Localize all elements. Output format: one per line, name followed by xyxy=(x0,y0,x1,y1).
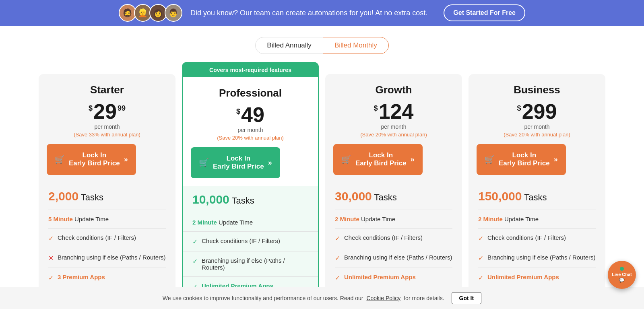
cookie-policy-link[interactable]: Cookie Policy xyxy=(366,295,400,301)
professional-cta-button[interactable]: 🛒 Lock InEarly Bird Price » xyxy=(191,147,280,178)
starter-update-time: 5 Minute Update Time xyxy=(48,210,166,228)
check-icon: ✓ xyxy=(335,274,340,282)
plan-professional-header: Professional $ 49 per month (Save 20% wi… xyxy=(183,77,318,141)
price-dollar-sign: $ xyxy=(236,107,240,116)
starter-update-highlight: 5 Minute xyxy=(48,216,73,222)
check-icon: ✓ xyxy=(478,274,483,282)
business-tasks: 150,000 Tasks xyxy=(478,183,596,210)
growth-tasks: 30,000 Tasks xyxy=(335,183,452,210)
starter-tasks: 2,000 Tasks xyxy=(48,183,166,210)
live-chat-label: Live Chat xyxy=(612,272,632,277)
chevrons-icon: » xyxy=(554,155,558,164)
plan-starter-cents: 99 xyxy=(118,104,126,113)
professional-feature-1: ✓ Branching using if else (Paths / Route… xyxy=(183,251,318,276)
growth-feature-1: ✓ Branching using if else (Paths / Route… xyxy=(335,248,452,268)
business-tasks-label: Tasks xyxy=(524,192,547,202)
professional-tasks: 10,000 Tasks xyxy=(183,186,318,213)
check-icon: ✓ xyxy=(478,254,483,262)
plan-business-period: per month xyxy=(478,124,596,130)
cookie-text: We use cookies to improve functionality … xyxy=(163,295,363,301)
check-icon: ✓ xyxy=(335,254,340,262)
professional-update-label: Update Time xyxy=(219,219,253,226)
cookie-accept-button[interactable]: Got It xyxy=(452,292,482,304)
starter-feature-0-text: Check conditions (IF / Filters) xyxy=(58,234,136,241)
plan-growth-price: 124 xyxy=(379,101,414,122)
growth-update-highlight: 2 Minute xyxy=(335,216,359,222)
professional-tasks-label: Tasks xyxy=(231,196,254,206)
professional-update-highlight: 2 Minute xyxy=(192,219,217,226)
banner-text: Did you know? Our team can create automa… xyxy=(190,9,427,17)
professional-tasks-count: 10,000 xyxy=(192,193,229,206)
business-update-highlight: 2 Minute xyxy=(478,216,503,222)
professional-cta-label: Lock InEarly Bird Price xyxy=(213,154,264,171)
business-feature-2-text: Unlimited Premium Apps xyxy=(487,274,559,280)
growth-feature-2: ✓ Unlimited Premium Apps xyxy=(335,268,452,287)
featured-badge: Covers most-required features xyxy=(183,63,318,77)
starter-feature-2-text: 3 Premium Apps xyxy=(58,274,105,280)
plan-starter-header: Starter $ 29 99 per month (Save 33% with… xyxy=(39,74,175,138)
plan-growth-header: Growth $ 124 per month (Save 20% with an… xyxy=(325,74,462,138)
starter-cta-label: Lock InEarly Bird Price xyxy=(69,151,120,168)
cart-icon: 🛒 xyxy=(55,154,65,164)
chevrons-icon: » xyxy=(411,155,415,164)
plan-growth-savings: (Save 20% with annual plan) xyxy=(335,132,452,138)
growth-update-time: 2 Minute Update Time xyxy=(335,210,452,228)
growth-feature-0-text: Check conditions (IF / Filters) xyxy=(344,234,423,241)
live-chat-button[interactable]: Live Chat 💬 xyxy=(608,261,636,289)
cookie-suffix: for more details. xyxy=(404,295,444,301)
starter-tasks-label: Tasks xyxy=(81,192,103,202)
starter-feature-1-text: Branching using if else (Paths / Routers… xyxy=(58,254,165,261)
business-feature-0-text: Check conditions (IF / Filters) xyxy=(487,234,566,241)
growth-feature-1-text: Branching using if else (Paths / Routers… xyxy=(344,254,452,261)
billing-annually-button[interactable]: Billed Annually xyxy=(255,37,323,54)
cart-icon: 🛒 xyxy=(341,154,351,164)
chevrons-icon: » xyxy=(124,155,128,164)
starter-cta-button[interactable]: 🛒 Lock InEarly Bird Price » xyxy=(47,144,136,175)
professional-feature-0-text: Check conditions (IF / Filters) xyxy=(202,237,280,244)
chat-icon: 💬 xyxy=(619,277,625,283)
growth-feature-2-text: Unlimited Premium Apps xyxy=(344,274,416,280)
cookie-banner: We use cookies to improve functionality … xyxy=(0,287,644,309)
professional-feature-1-text: Branching using if else (Paths / Routers… xyxy=(202,257,308,271)
price-dollar-sign: $ xyxy=(89,104,93,113)
starter-feature-0: ✓ Check conditions (IF / Filters) xyxy=(48,228,166,248)
business-update-time: 2 Minute Update Time xyxy=(478,210,596,228)
plan-professional-name: Professional xyxy=(192,87,308,99)
check-icon: ✓ xyxy=(335,235,340,242)
top-banner: 🧔 👱 👩 👨 Did you know? Our team can creat… xyxy=(0,0,644,26)
plan-starter-name: Starter xyxy=(48,84,166,96)
business-feature-2: ✓ Unlimited Premium Apps xyxy=(478,268,596,287)
starter-feature-1: ✕ Branching using if else (Paths / Route… xyxy=(48,248,166,268)
starter-feature-2: ✓ 3 Premium Apps xyxy=(48,268,166,287)
growth-tasks-label: Tasks xyxy=(374,192,396,202)
plan-starter-price-row: $ 29 99 xyxy=(48,101,166,122)
get-started-button[interactable]: Get Started For Free xyxy=(444,4,525,21)
live-chat-dot xyxy=(620,267,624,271)
plan-starter: Starter $ 29 99 per month (Save 33% with… xyxy=(39,74,175,309)
plan-starter-period: per month xyxy=(48,124,166,130)
check-icon: ✓ xyxy=(192,258,198,265)
plan-growth-price-row: $ 124 xyxy=(335,101,452,122)
billing-monthly-button[interactable]: Billed Monthly xyxy=(323,37,389,54)
plan-business-name: Business xyxy=(478,84,596,96)
price-dollar-sign: $ xyxy=(374,104,378,113)
business-cta-button[interactable]: 🛒 Lock InEarly Bird Price » xyxy=(477,144,566,175)
check-icon: ✓ xyxy=(48,235,54,242)
growth-cta-label: Lock InEarly Bird Price xyxy=(355,151,407,168)
plan-growth: Growth $ 124 per month (Save 20% with an… xyxy=(325,74,462,309)
growth-cta-button[interactable]: 🛒 Lock InEarly Bird Price » xyxy=(333,144,423,175)
banner-avatars: 🧔 👱 👩 👨 xyxy=(119,4,182,22)
plan-professional-price-row: $ 49 xyxy=(192,104,308,125)
cross-icon: ✕ xyxy=(48,254,54,262)
plan-business-price: 299 xyxy=(522,101,557,122)
starter-tasks-count: 2,000 xyxy=(48,190,78,203)
plans-container: Starter $ 29 99 per month (Save 33% with… xyxy=(0,62,644,309)
professional-feature-0: ✓ Check conditions (IF / Filters) xyxy=(183,231,318,251)
check-icon: ✓ xyxy=(192,238,198,245)
cart-icon: 🛒 xyxy=(485,154,495,164)
business-feature-0: ✓ Check conditions (IF / Filters) xyxy=(478,228,596,248)
business-feature-1: ✓ Branching using if else (Paths / Route… xyxy=(478,248,596,268)
growth-tasks-count: 30,000 xyxy=(335,190,372,203)
plan-business: Business $ 299 per month (Save 20% with … xyxy=(469,74,605,309)
plan-growth-period: per month xyxy=(335,124,452,130)
